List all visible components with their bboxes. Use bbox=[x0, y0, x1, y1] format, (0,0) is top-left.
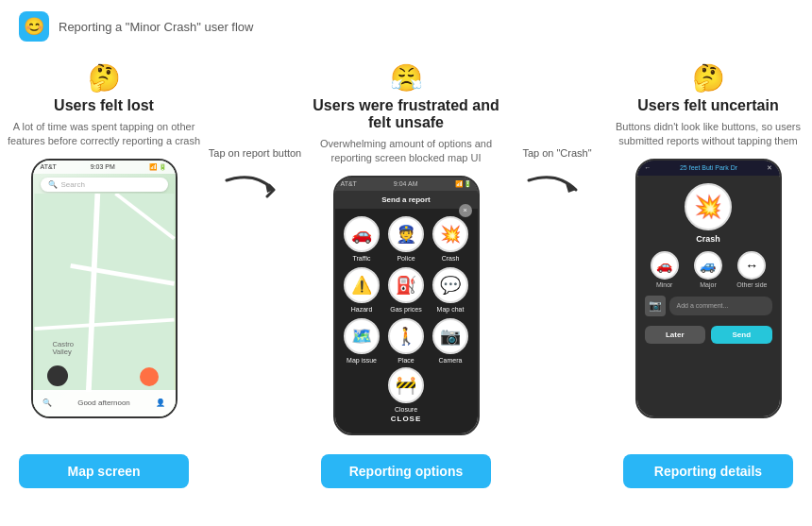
report-item-closure[interactable]: 🚧 Closure bbox=[388, 367, 424, 413]
arrow-2: Tap on "Crash" bbox=[510, 62, 604, 213]
report-item-camera[interactable]: 📷 Camera bbox=[431, 318, 470, 364]
report-screen-content: AT&T 9:04 AM 📶🔋 Send a report × 🚗 Traffi… bbox=[335, 178, 478, 433]
report-item-map-issue[interactable]: 🗺️ Map issue bbox=[343, 318, 381, 364]
crash-main-icon: 💥 bbox=[685, 183, 732, 230]
crash-label: Crash bbox=[442, 255, 460, 262]
user-icon: 👤 bbox=[156, 399, 165, 407]
close-x-button[interactable]: × bbox=[459, 204, 472, 217]
arrow-svg-2 bbox=[524, 166, 590, 213]
camera-icon-circle: 📷 bbox=[432, 318, 468, 354]
traffic-icon-circle: 🚗 bbox=[344, 216, 380, 252]
report-items-grid: 🚗 Traffic 👮 Police 💥 Crash ⚠️ Hazard bbox=[335, 209, 478, 371]
report-item-crash[interactable]: 💥 Crash bbox=[431, 216, 470, 262]
crash-icon-circle: 💥 bbox=[432, 216, 468, 252]
police-label: Police bbox=[397, 255, 414, 262]
bottom-bar: 🔍 Good afternoon 👤 bbox=[33, 390, 176, 416]
col-desc-frustrated: Overwhelming amount of options and repor… bbox=[302, 137, 510, 166]
search-icon-bottom: 🔍 bbox=[42, 399, 52, 407]
gas-icon-circle: ⛽ bbox=[388, 267, 424, 303]
map-issue-icon-circle: 🗺️ bbox=[344, 318, 380, 354]
report-item-gas[interactable]: ⛽ Gas prices bbox=[387, 267, 426, 313]
emoji-frustrated: 😤 bbox=[390, 62, 423, 93]
place-icon-circle: 🚶 bbox=[388, 318, 424, 354]
hazard-label: Hazard bbox=[351, 306, 373, 313]
route-text: 25 feet Buti Park Dr bbox=[680, 164, 737, 171]
arrow-1: Tap on report button bbox=[208, 62, 302, 213]
map-issue-label: Map issue bbox=[347, 357, 377, 364]
report-item-traffic[interactable]: 🚗 Traffic bbox=[343, 216, 381, 262]
report-item-place[interactable]: 🚶 Place bbox=[387, 318, 426, 364]
map-screen-label-btn[interactable]: Map screen bbox=[19, 454, 189, 488]
nav-button[interactable] bbox=[47, 365, 68, 386]
details-nav-bar: ← 25 feet Buti Park Dr ✕ bbox=[637, 161, 780, 176]
other-side-label: Other side bbox=[736, 281, 767, 288]
phone-report: AT&T 9:04 AM 📶🔋 Send a report × 🚗 Traffi… bbox=[333, 176, 480, 435]
bottom-spacer-2 bbox=[510, 454, 604, 488]
bottom-spacer-1 bbox=[208, 454, 302, 488]
crash-main-label: Crash bbox=[696, 234, 720, 244]
bottom-label-col-3: Reporting details bbox=[604, 454, 812, 488]
arrow-label-1: Tap on report button bbox=[209, 147, 301, 159]
closure-label: Closure bbox=[395, 406, 417, 413]
arrow-label-2: Tap on "Crash" bbox=[522, 147, 591, 159]
main-content: 🤔 Users felt lost A lot of time was spen… bbox=[0, 53, 812, 445]
status-bar-2: AT&T 9:04 AM 📶🔋 bbox=[335, 178, 478, 191]
status-bar-1: AT&T 9:03 PM 📶 🔋 bbox=[33, 161, 176, 174]
chat-label: Map chat bbox=[437, 306, 465, 313]
details-other-side[interactable]: ↔️ Other side bbox=[732, 251, 771, 288]
header-title: Reporting a "Minor Crash" user flow bbox=[59, 20, 253, 34]
camera-button[interactable]: 📷 bbox=[645, 296, 666, 316]
map-roads: Castro Valley bbox=[33, 194, 176, 392]
emoji-lost: 🤔 bbox=[88, 62, 121, 93]
col-title-frustrated: Users were frustrated and felt unsafe bbox=[302, 97, 510, 131]
traffic-label: Traffic bbox=[352, 255, 370, 262]
reporting-options-label-btn[interactable]: Reporting options bbox=[321, 454, 491, 488]
col-report: 😤 Users were frustrated and felt unsafe … bbox=[302, 62, 510, 435]
bottom-labels: Map screen Reporting options Reporting d… bbox=[0, 447, 812, 488]
phone-map: AT&T 9:03 PM 📶 🔋 🔍 Search Castro Vall bbox=[31, 159, 178, 418]
phone-details: ← 25 feet Buti Park Dr ✕ 💥 Crash 🚗 Minor… bbox=[635, 159, 782, 418]
place-label: Place bbox=[398, 357, 414, 364]
col-title-lost: Users felt lost bbox=[54, 97, 154, 114]
major-label: Major bbox=[700, 281, 717, 288]
action-buttons: Later Send bbox=[637, 320, 780, 349]
emoji-uncertain: 🤔 bbox=[692, 62, 725, 93]
camera-label: Camera bbox=[439, 357, 463, 364]
police-icon-circle: 👮 bbox=[388, 216, 424, 252]
details-screen-content: ← 25 feet Buti Park Dr ✕ 💥 Crash 🚗 Minor… bbox=[637, 161, 780, 416]
send-button[interactable]: Send bbox=[711, 326, 772, 344]
report-item-hazard[interactable]: ⚠️ Hazard bbox=[343, 267, 381, 313]
report-screen-title: Send a report bbox=[335, 191, 478, 209]
map-screen-content: AT&T 9:03 PM 📶 🔋 🔍 Search Castro Vall bbox=[33, 161, 176, 416]
col-desc-uncertain: Buttons didn't look like buttons, so use… bbox=[604, 120, 812, 149]
details-minor[interactable]: 🚗 Minor bbox=[645, 251, 685, 288]
close-button[interactable]: CLOSE bbox=[335, 415, 478, 423]
details-major[interactable]: 🚙 Major bbox=[688, 251, 728, 288]
comment-row: 📷 Add a comment... bbox=[637, 292, 780, 320]
later-button[interactable]: Later bbox=[645, 326, 706, 344]
comment-field[interactable]: Add a comment... bbox=[669, 297, 772, 315]
other-side-icon-circle: ↔️ bbox=[737, 251, 766, 280]
report-button[interactable] bbox=[140, 367, 159, 386]
closure-icon-circle: 🚧 bbox=[388, 367, 424, 403]
reporting-details-label-btn[interactable]: Reporting details bbox=[623, 454, 793, 488]
close-icon: ✕ bbox=[767, 164, 772, 172]
report-item-chat[interactable]: 💬 Map chat bbox=[431, 267, 470, 313]
bottom-label-col-1: Map screen bbox=[0, 454, 208, 488]
search-icon: 🔍 bbox=[48, 180, 58, 189]
minor-label: Minor bbox=[656, 281, 673, 288]
col-map: 🤔 Users felt lost A lot of time was spen… bbox=[0, 62, 208, 418]
report-item-police[interactable]: 👮 Police bbox=[387, 216, 426, 262]
crash-sub-options: 🚗 Minor 🚙 Major ↔️ Other side bbox=[637, 247, 780, 292]
crash-main-section: 💥 Crash bbox=[637, 176, 780, 247]
arrow-svg-1 bbox=[222, 166, 288, 213]
col-desc-lost: A lot of time was spent tapping on other… bbox=[0, 120, 208, 149]
major-icon-circle: 🚙 bbox=[694, 251, 722, 280]
col-title-uncertain: Users felt uncertain bbox=[637, 97, 778, 114]
chat-icon-circle: 💬 bbox=[432, 267, 468, 303]
minor-icon-circle: 🚗 bbox=[651, 251, 679, 280]
search-bar[interactable]: 🔍 Search bbox=[41, 178, 168, 192]
hazard-icon-circle: ⚠️ bbox=[344, 267, 380, 303]
app-icon: 😊 bbox=[19, 11, 49, 42]
gas-label: Gas prices bbox=[390, 306, 421, 313]
